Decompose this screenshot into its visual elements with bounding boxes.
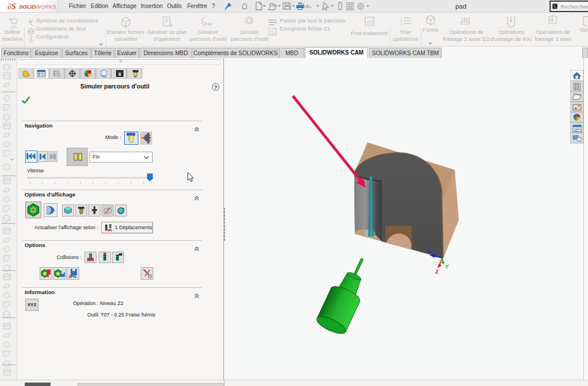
svg-text:3: 3 [400,22,403,26]
svg-text:WORKS: WORKS [36,3,57,10]
svg-text:Y: Y [445,263,450,269]
svg-text:X: X [427,248,431,254]
svg-text:JPG: JPG [68,275,77,279]
svg-text:∂S: ∂S [7,2,16,11]
svg-text:SOLID: SOLID [19,3,36,10]
svg-text:Z: Z [435,268,439,275]
svg-text:G1: G1 [367,20,373,25]
